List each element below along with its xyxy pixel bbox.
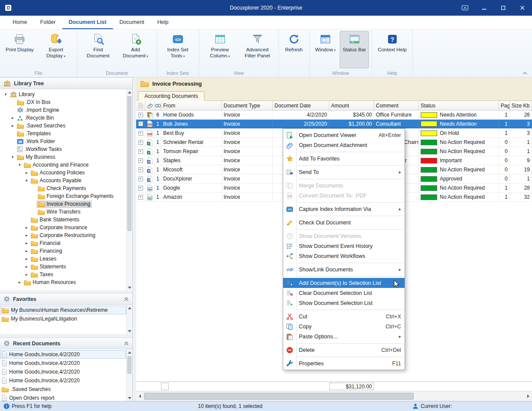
favorites-header[interactable]: Favorites bbox=[0, 293, 132, 305]
list-item-home-goods-invoice-4-2-2020[interactable]: Home Goods,Invoice,4/2/2020 bbox=[0, 359, 126, 368]
tree-item-workflow-tasks[interactable]: .Workflow Tasks bbox=[0, 145, 126, 153]
tree-item-my-business[interactable]: ▾My Business bbox=[0, 153, 126, 161]
tree-item-check-payments[interactable]: Check Payments bbox=[0, 184, 126, 192]
scroll-thumb[interactable] bbox=[127, 96, 131, 231]
list-item-home-goods-invoice-4-2-2020[interactable]: Home Goods,Invoice,4/2/2020 bbox=[0, 350, 126, 359]
list-item-home-goods-invoice-4-2-2020[interactable]: Home Goods,Invoice,4/2/2020 bbox=[0, 368, 126, 376]
context-menu-item-capture-index-information-via[interactable]: <>Capture Index Information Via▸ bbox=[283, 204, 405, 214]
column-header-col-link[interactable] bbox=[155, 101, 161, 110]
minimize-button[interactable] bbox=[475, 0, 494, 16]
tree-item-invoice-processing[interactable]: Invoice Processing bbox=[0, 200, 126, 208]
column-header-document-date[interactable]: Document Date bbox=[273, 101, 329, 110]
collapse-panel-icon[interactable] bbox=[124, 297, 129, 301]
tab-accounting-documents[interactable]: Accounting Documents bbox=[138, 91, 204, 101]
row-expand-button[interactable]: + bbox=[138, 177, 143, 181]
tree-item-accounts-payable[interactable]: ▾Accounts Payable bbox=[0, 177, 126, 184]
tree-item-human-resources[interactable]: ▸Human Resources bbox=[0, 278, 126, 286]
list-item-my-business-human-resources-retireme[interactable]: My Business\Human Resources\Retireme bbox=[0, 306, 126, 314]
context-menu-item-show-document-workflows[interactable]: Show Document Workflows bbox=[283, 251, 405, 261]
menu-tab-help[interactable]: Help bbox=[151, 16, 175, 29]
row-expand-button[interactable]: + bbox=[138, 113, 143, 117]
context-menu-item-send-to[interactable]: Send To▸ bbox=[283, 167, 405, 177]
sidebar-splitter[interactable] bbox=[133, 77, 136, 401]
ribbon-display-options-button[interactable] bbox=[455, 0, 475, 16]
tree-item-dx-in-box[interactable]: .DX In Box bbox=[0, 98, 126, 106]
list-item-open-orders-report[interactable]: Open Orders report bbox=[0, 394, 126, 401]
collapse-caret-icon[interactable]: ▾ bbox=[3, 92, 9, 97]
row-expand-button[interactable]: + bbox=[138, 140, 143, 145]
menu-tab-document-list[interactable]: Document List bbox=[62, 16, 113, 29]
scroll-right-arrow-icon[interactable] bbox=[525, 391, 532, 401]
column-header-col-clip[interactable] bbox=[145, 101, 155, 110]
grid-row-bob-jones[interactable]: +PDF1Bob JonesInvoice2/25/2020$1,200.00C… bbox=[136, 120, 532, 129]
tree-item-taxes[interactable]: ▸Taxes bbox=[0, 271, 126, 278]
scroll-left-arrow-icon[interactable] bbox=[136, 391, 144, 401]
context-menu-item-copy[interactable]: CopyCtrl+C bbox=[283, 321, 405, 331]
tree-item-wire-transfers[interactable]: Wire Transfers bbox=[0, 208, 126, 216]
ribbon-button-print-display[interactable]: Print Display bbox=[3, 31, 37, 68]
scroll-thumb[interactable] bbox=[127, 356, 131, 374]
tree-item-import-engine[interactable]: .Import Engine bbox=[0, 106, 126, 114]
tree-scrollbar[interactable] bbox=[126, 89, 132, 291]
expand-caret-icon[interactable]: ▸ bbox=[10, 116, 16, 120]
horizontal-scrollbar[interactable] bbox=[136, 391, 532, 401]
menu-tab-folder[interactable]: Folder bbox=[33, 16, 62, 29]
row-expand-button[interactable]: + bbox=[138, 158, 143, 163]
context-menu-item-show-document-event-history[interactable]: Show Document Event History bbox=[283, 241, 405, 251]
close-button[interactable] bbox=[513, 0, 532, 16]
context-menu-item-open-document-attachment[interactable]: Open Document Attachment bbox=[283, 140, 405, 150]
context-menu-item-add-to-favorites[interactable]: Add To Favorites bbox=[283, 154, 405, 164]
collapse-caret-icon[interactable]: ▾ bbox=[10, 155, 16, 159]
collapse-caret-icon[interactable]: ▾ bbox=[17, 163, 23, 167]
row-expand-button[interactable]: + bbox=[138, 121, 143, 126]
context-menu-item-cut[interactable]: CutCtrl+X bbox=[283, 311, 405, 321]
tree-item-financing[interactable]: ▸Financing bbox=[0, 247, 126, 255]
collapse-panel-icon[interactable] bbox=[124, 341, 129, 346]
column-header-size-kb[interactable]: Size Kb bbox=[510, 101, 532, 110]
ribbon-button-refresh[interactable]: Refresh bbox=[281, 31, 307, 68]
tree-item-leases[interactable]: ▸Leases bbox=[0, 255, 126, 263]
context-menu-item-show-link-documents[interactable]: Show/Link Documents▸ bbox=[283, 264, 405, 274]
recent-documents-header[interactable]: Recent Documents bbox=[0, 337, 132, 349]
ribbon-button-status-bar[interactable]: Status Bar bbox=[340, 31, 369, 68]
context-menu-item-open-document-viewer[interactable]: Open Document ViewerAlt+Enter bbox=[283, 130, 405, 140]
context-menu-item-delete[interactable]: DeleteCtrl+Del bbox=[283, 345, 405, 355]
expand-caret-icon[interactable]: ▸ bbox=[23, 264, 30, 269]
tree-item-bank-statements[interactable]: Bank Statements bbox=[0, 216, 126, 224]
favorites-scrollbar[interactable] bbox=[126, 305, 132, 334]
context-menu-item-check-out-document[interactable]: Check Out Document bbox=[283, 217, 405, 227]
tree-item-accounting-and-finance[interactable]: ▾Accounting and Finance bbox=[0, 161, 126, 169]
context-menu-item-add-document-s-to-selection-list[interactable]: Add Document(s) to Selection List bbox=[283, 278, 405, 288]
tree-item-statements[interactable]: ▸Statements bbox=[0, 263, 126, 271]
column-header-amount[interactable]: Amount bbox=[329, 101, 374, 110]
scroll-down-arrow-icon[interactable] bbox=[127, 328, 132, 334]
expand-caret-icon[interactable]: ▸ bbox=[23, 257, 30, 261]
context-menu-item-show-document-selection-list[interactable]: Show Document Selection List bbox=[283, 298, 405, 308]
ribbon-button-add-document[interactable]: Add Document ▾ bbox=[117, 31, 154, 68]
scroll-up-arrow-icon[interactable] bbox=[127, 349, 132, 355]
tree-item-accounting-policies[interactable]: ▸Accounting Policies bbox=[0, 169, 126, 177]
menu-tab-home[interactable]: Home bbox=[6, 16, 33, 29]
ribbon-button-advanced-filter-panel[interactable]: Advanced Filter Panel bbox=[239, 31, 276, 68]
tree-item-work-folder[interactable]: W.Work Folder bbox=[0, 137, 126, 145]
scroll-thumb[interactable] bbox=[144, 393, 414, 400]
expand-caret-icon[interactable]: ▸ bbox=[23, 225, 30, 230]
row-expand-button[interactable]: + bbox=[138, 149, 143, 154]
row-expand-button[interactable]: + bbox=[138, 195, 143, 200]
grid-row-home-goods[interactable]: +6Home GoodsInvoice4/2/2020$345.00Office… bbox=[136, 110, 532, 120]
context-menu-item-clear-document-selection-list[interactable]: Clear Document Selection List bbox=[283, 288, 405, 298]
row-expand-button[interactable]: + bbox=[138, 167, 143, 172]
recent-scrollbar[interactable] bbox=[126, 349, 132, 401]
tree-item-foreign-exchange-payments[interactable]: Foreign Exchange Payments bbox=[0, 192, 126, 200]
expand-caret-icon[interactable]: ▸ bbox=[23, 249, 30, 253]
column-header-col-page[interactable] bbox=[136, 101, 145, 110]
column-header-comment[interactable]: Comment bbox=[374, 101, 419, 110]
tree-item-saved-searches[interactable]: ▸.Saved Searches bbox=[0, 122, 126, 130]
scroll-up-arrow-icon[interactable] bbox=[127, 89, 132, 95]
expand-caret-icon[interactable]: ▸ bbox=[17, 280, 23, 284]
expand-caret-icon[interactable]: ▸ bbox=[23, 241, 30, 245]
collapse-ribbon-button[interactable] bbox=[522, 72, 528, 75]
expand-caret-icon[interactable]: ▸ bbox=[23, 170, 30, 175]
list-item-saved-searches[interactable]: .Saved Searches bbox=[0, 385, 126, 394]
tree-item-corporate-insurance[interactable]: ▸Corporate Insurance bbox=[0, 224, 126, 231]
